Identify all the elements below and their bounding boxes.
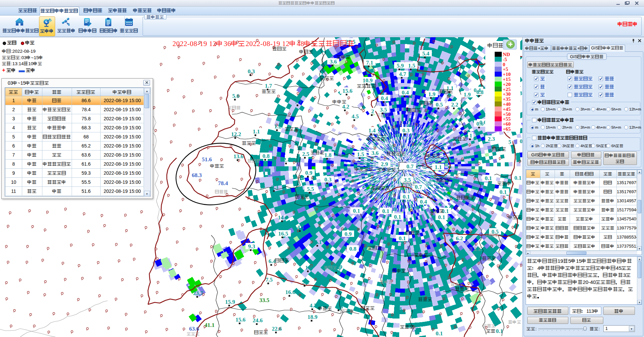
svg-text:1.4: 1.4	[368, 127, 376, 133]
svg-text:12.2: 12.2	[231, 131, 241, 137]
svg-text:0.1: 0.1	[353, 208, 360, 213]
svg-text:1.8: 1.8	[336, 303, 343, 309]
svg-text:平山镇: 平山镇	[311, 150, 325, 155]
svg-text:1: 1	[469, 132, 472, 138]
svg-text:卖酒镇: 卖酒镇	[333, 99, 347, 104]
svg-text:新丰镇: 新丰镇	[486, 233, 499, 238]
svg-text:米场镇: 米场镇	[414, 253, 428, 257]
svg-text:石窝: 石窝	[486, 329, 496, 333]
svg-text:0.8: 0.8	[349, 246, 356, 251]
svg-text:16.5: 16.5	[278, 230, 288, 236]
svg-text:0.3: 0.3	[394, 306, 402, 311]
svg-text:六麻镇: 六麻镇	[482, 256, 496, 261]
svg-text:石窝镇: 石窝镇	[483, 324, 496, 328]
svg-text:沙湖镇: 沙湖镇	[392, 268, 406, 273]
svg-text:ND: ND	[503, 52, 510, 57]
svg-text:15.9: 15.9	[225, 299, 235, 304]
svg-text:0.5: 0.5	[435, 101, 443, 107]
svg-text:41.1: 41.1	[204, 322, 215, 328]
svg-text:0.1: 0.1	[394, 214, 401, 219]
svg-text:樟资乡: 樟资乡	[228, 106, 241, 110]
svg-text:5: 5	[508, 139, 512, 144]
svg-text:1.9: 1.9	[463, 91, 470, 97]
svg-text:1.5: 1.5	[408, 62, 415, 68]
svg-text:0.1: 0.1	[496, 328, 503, 334]
svg-text:4.5: 4.5	[351, 113, 358, 119]
svg-text:0.3: 0.3	[248, 68, 255, 74]
svg-text:新荣镇: 新荣镇	[492, 147, 506, 152]
svg-text:平乐镇: 平乐镇	[430, 209, 444, 213]
svg-text:2.5: 2.5	[302, 151, 309, 157]
svg-text:城北街道: 城北街道	[367, 137, 386, 141]
svg-text:隆盛镇: 隆盛镇	[508, 215, 522, 220]
svg-text:3.5: 3.5	[380, 107, 387, 112]
svg-text:石南镇: 石南镇	[285, 127, 299, 131]
svg-text:山心镇: 山心镇	[262, 89, 276, 94]
svg-text:洛阳镇: 洛阳镇	[320, 76, 334, 81]
svg-text:+45: +45	[503, 107, 511, 112]
svg-text:0.1: 0.1	[438, 214, 445, 220]
svg-text:1.8: 1.8	[324, 152, 331, 158]
svg-text:马坡镇: 马坡镇	[406, 230, 420, 235]
svg-text:水鸣镇: 水鸣镇	[254, 330, 268, 335]
svg-text:+20: +20	[503, 82, 511, 87]
svg-text:沙湖乡: 沙湖乡	[380, 280, 393, 284]
svg-text:23.7: 23.7	[193, 290, 203, 296]
svg-text:4.7: 4.7	[399, 71, 406, 77]
svg-text:+35: +35	[503, 96, 511, 101]
svg-text:城隍镇: 城隍镇	[210, 164, 224, 168]
svg-text:0.1: 0.1	[474, 251, 481, 257]
svg-text:+55: +55	[503, 116, 511, 121]
svg-text:1.5: 1.5	[357, 151, 364, 157]
svg-text:0: 0	[503, 62, 505, 67]
svg-text:清水口镇: 清水口镇	[456, 195, 475, 200]
svg-text:双凤镇: 双凤镇	[275, 258, 289, 263]
svg-text:15.6: 15.6	[235, 317, 245, 322]
svg-text:铁联乡: 铁联乡	[248, 159, 261, 163]
svg-text:石和镇: 石和镇	[368, 246, 382, 250]
svg-text:沙田镇: 沙田镇	[324, 265, 337, 270]
svg-text:那林镇: 那林镇	[187, 332, 200, 336]
svg-text:六麻镇: 六麻镇	[469, 247, 482, 251]
svg-text:六靖镇: 六靖镇	[508, 320, 521, 324]
svg-text:+65: +65	[503, 126, 511, 131]
svg-text:+30: +30	[503, 91, 511, 96]
svg-text:63.6: 63.6	[189, 326, 199, 331]
svg-text:5.5: 5.5	[307, 186, 314, 192]
svg-text:14.6: 14.6	[278, 214, 288, 220]
svg-text:永安乡: 永安乡	[215, 189, 228, 194]
svg-text:4.1: 4.1	[297, 224, 304, 230]
svg-text:6.4: 6.4	[268, 258, 276, 264]
svg-text:15.6: 15.6	[342, 88, 352, 93]
svg-text:0.3: 0.3	[402, 127, 409, 133]
svg-text:北市镇: 北市镇	[337, 55, 351, 59]
svg-text:1.7: 1.7	[265, 83, 272, 88]
svg-text:民乐镇: 民乐镇	[439, 89, 453, 94]
svg-text:5.2: 5.2	[302, 279, 309, 285]
svg-text:2: 2	[371, 108, 374, 114]
svg-text:7.5: 7.5	[265, 277, 272, 282]
svg-text:2.2: 2.2	[451, 101, 458, 107]
svg-text:1.2: 1.2	[305, 264, 312, 270]
svg-text:径口镇: 径口镇	[361, 306, 375, 310]
svg-text:0.1: 0.1	[466, 266, 473, 272]
svg-text:西埌镇: 西埌镇	[419, 101, 433, 106]
svg-text:4.2: 4.2	[342, 103, 349, 109]
svg-text:2.9: 2.9	[381, 161, 388, 167]
svg-text:1.1: 1.1	[253, 128, 260, 134]
svg-text:+60: +60	[503, 121, 511, 126]
svg-text:北流镇: 北流镇	[453, 136, 467, 141]
svg-text:33.5: 33.5	[259, 297, 269, 303]
svg-text:68.3: 68.3	[192, 172, 202, 178]
svg-text:0.9: 0.9	[344, 231, 351, 237]
svg-text:0.7: 0.7	[406, 163, 414, 169]
svg-text:2022-08-19 12时36分至2022-08-19 1: 2022-08-19 12时36分至2022-08-19 12时48分累积降水预…	[173, 40, 355, 47]
svg-text:2.3: 2.3	[488, 136, 495, 141]
svg-text:城西街道: 城西街道	[355, 167, 374, 172]
svg-text:5.6: 5.6	[232, 93, 239, 98]
svg-text:+10: +10	[503, 72, 511, 77]
svg-text:22.6: 22.6	[272, 326, 282, 331]
svg-text:0.1: 0.1	[499, 189, 506, 195]
svg-text:+15: +15	[503, 77, 511, 82]
svg-text:3.6: 3.6	[330, 58, 337, 64]
